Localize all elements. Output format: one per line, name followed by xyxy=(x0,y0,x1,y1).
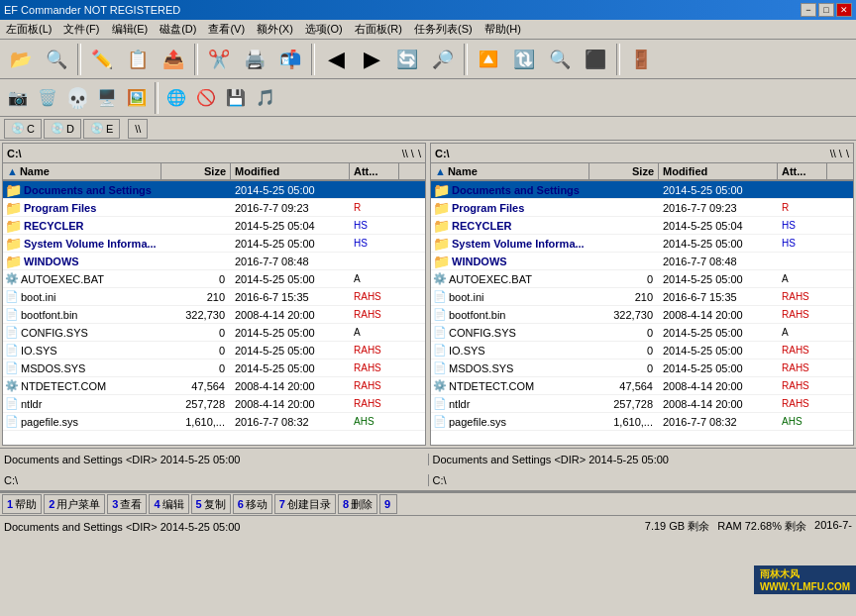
func-btn-1[interactable]: 1帮助 xyxy=(2,494,42,514)
tb2-noentry-btn[interactable]: 🚫 xyxy=(192,84,220,112)
file-size-cell: 0 xyxy=(161,273,231,285)
tb-up-btn[interactable]: 🔼 xyxy=(472,44,505,75)
table-row[interactable]: 📁 Documents and Settings 2014-5-25 05:00 xyxy=(431,181,853,199)
table-row[interactable]: 📄 pagefile.sys 1,610,... 2016-7-7 08:32 … xyxy=(3,413,425,431)
table-row[interactable]: 📄 CONFIG.SYS 0 2014-5-25 05:00 A xyxy=(431,324,853,342)
tb-terminal-btn[interactable]: ⬛ xyxy=(579,44,612,75)
menu-item-1[interactable]: 文件(F) xyxy=(57,20,105,39)
tb2-trash-btn[interactable]: 🗑️ xyxy=(34,84,61,112)
tb-print-btn[interactable]: 🖨️ xyxy=(238,44,271,75)
func-btn-6[interactable]: 6移动 xyxy=(233,494,272,514)
table-row[interactable]: 📄 MSDOS.SYS 0 2014-5-25 05:00 RAHS xyxy=(3,359,425,377)
table-row[interactable]: 📄 IO.SYS 0 2014-5-25 05:00 RAHS xyxy=(431,342,853,359)
table-row[interactable]: ⚙️ AUTOEXEC.BAT 0 2014-5-25 05:00 A xyxy=(431,270,853,288)
tb-copy-btn[interactable]: 📋 xyxy=(121,44,155,75)
left-col-name-header[interactable]: ▲ Name xyxy=(3,163,161,179)
table-row[interactable]: 📁 WINDOWS 2016-7-7 08:48 xyxy=(431,253,853,270)
exe-icon: ⚙️ xyxy=(5,379,19,392)
func-btn-9[interactable]: 9 xyxy=(379,494,397,514)
left-file-list[interactable]: ▲ Name Size Modified Att... 📁 Documents … xyxy=(3,163,425,445)
menu-item-6[interactable]: 选项(O) xyxy=(299,20,349,39)
table-row[interactable]: 📁 RECYCLER 2014-5-25 05:04 HS xyxy=(3,217,425,235)
tb-open-btn[interactable]: 📂 xyxy=(4,44,38,75)
table-row[interactable]: 📁 RECYCLER 2014-5-25 05:04 HS xyxy=(431,217,853,235)
minimize-button[interactable]: − xyxy=(801,3,816,17)
menu-item-5[interactable]: 额外(X) xyxy=(251,20,299,39)
tb-mail-btn[interactable]: 📬 xyxy=(273,44,307,75)
table-row[interactable]: ⚙️ NTDETECT.COM 47,564 2008-4-14 20:00 R… xyxy=(3,377,425,395)
drive-network-btn[interactable]: \\ xyxy=(128,119,148,139)
file-name-cell: 📁 Program Files xyxy=(431,200,589,216)
func-btn-5[interactable]: 5复制 xyxy=(191,494,231,514)
tb-delete-btn[interactable]: ✂️ xyxy=(202,44,236,75)
path-right[interactable]: C:\ xyxy=(429,474,857,486)
table-row[interactable]: 📁 System Volume Informa... 2014-5-25 05:… xyxy=(3,235,425,253)
func-btn-7[interactable]: 7创建目录 xyxy=(274,494,336,514)
table-row[interactable]: 📄 MSDOS.SYS 0 2014-5-25 05:00 RAHS xyxy=(431,359,853,377)
tb-move-btn[interactable]: 📤 xyxy=(157,44,190,75)
tb-back-btn[interactable]: ◀ xyxy=(319,44,353,75)
table-row[interactable]: 📄 CONFIG.SYS 0 2014-5-25 05:00 A xyxy=(3,324,425,342)
file-name-cell: 📄 CONFIG.SYS xyxy=(431,326,589,339)
left-col-modified-header[interactable]: Modified xyxy=(231,163,350,179)
tb2-img-btn[interactable]: 🖼️ xyxy=(123,84,151,112)
table-row[interactable]: ⚙️ NTDETECT.COM 47,564 2008-4-14 20:00 R… xyxy=(431,377,853,395)
tb-search-btn[interactable]: 🔍 xyxy=(40,44,73,75)
tb-refresh-btn[interactable]: 🔄 xyxy=(390,44,424,75)
close-button[interactable]: ✕ xyxy=(836,3,852,17)
table-row[interactable]: 📄 boot.ini 210 2016-6-7 15:35 RAHS xyxy=(431,288,853,306)
tb-exit-btn[interactable]: 🚪 xyxy=(624,44,658,75)
menu-item-8[interactable]: 任务列表(S) xyxy=(408,20,479,39)
table-row[interactable]: 📁 Program Files 2016-7-7 09:23 R xyxy=(431,199,853,217)
left-col-att-header[interactable]: Att... xyxy=(350,163,399,179)
tb2-globe-btn[interactable]: 🌐 xyxy=(162,84,190,112)
table-row[interactable]: 📁 WINDOWS 2016-7-7 08:48 xyxy=(3,253,425,270)
menu-item-7[interactable]: 右面板(R) xyxy=(349,20,408,39)
left-col-size-header[interactable]: Size xyxy=(161,163,231,179)
tb-forward-btn[interactable]: ▶ xyxy=(355,44,388,75)
right-col-name-header[interactable]: ▲ Name xyxy=(431,163,589,179)
drive-e-btn[interactable]: 💿 E xyxy=(83,119,120,139)
menu-item-2[interactable]: 编辑(E) xyxy=(106,20,155,39)
maximize-button[interactable]: □ xyxy=(818,3,834,17)
file-name-cell: 📄 boot.ini xyxy=(3,290,161,303)
table-row[interactable]: 📄 bootfont.bin 322,730 2008-4-14 20:00 R… xyxy=(3,306,425,324)
table-row[interactable]: 📄 ntldr 257,728 2008-4-14 20:00 RAHS xyxy=(431,395,853,413)
table-row[interactable]: 📄 boot.ini 210 2016-6-7 15:35 RAHS xyxy=(3,288,425,306)
tb2-disk-btn[interactable]: 💾 xyxy=(222,84,250,112)
path-left[interactable]: C:\ xyxy=(0,474,429,486)
table-row[interactable]: 📄 pagefile.sys 1,610,... 2016-7-7 08:32 … xyxy=(431,413,853,431)
file-name: ntldr xyxy=(449,398,470,410)
tb-sync-btn[interactable]: 🔃 xyxy=(507,44,541,75)
func-btn-4[interactable]: 4编辑 xyxy=(149,494,188,514)
menu-item-0[interactable]: 左面板(L) xyxy=(0,20,57,39)
file-name-cell: 📁 RECYCLER xyxy=(3,218,161,234)
menu-item-3[interactable]: 磁盘(D) xyxy=(154,20,202,39)
drive-c-btn[interactable]: 💿 C xyxy=(4,119,42,139)
drive-d-btn[interactable]: 💿 D xyxy=(44,119,81,139)
menu-item-4[interactable]: 查看(V) xyxy=(202,20,251,39)
menu-item-9[interactable]: 帮助(H) xyxy=(479,20,527,39)
table-row[interactable]: 📁 System Volume Informa... 2014-5-25 05:… xyxy=(431,235,853,253)
table-row[interactable]: 📄 bootfont.bin 322,730 2008-4-14 20:00 R… xyxy=(431,306,853,324)
right-col-att-header[interactable]: Att... xyxy=(778,163,827,179)
func-btn-8[interactable]: 8删除 xyxy=(338,494,377,514)
table-row[interactable]: 📄 ntldr 257,728 2008-4-14 20:00 RAHS xyxy=(3,395,425,413)
tb-edit-btn[interactable]: ✏️ xyxy=(85,44,119,75)
tb2-music-btn[interactable]: 🎵 xyxy=(252,84,279,112)
table-row[interactable]: 📁 Documents and Settings 2014-5-25 05:00 xyxy=(3,181,425,199)
func-btn-3[interactable]: 3查看 xyxy=(107,494,147,514)
tb2-pc-btn[interactable]: 🖥️ xyxy=(93,84,121,112)
tb-find-btn[interactable]: 🔎 xyxy=(426,44,460,75)
file-name: Documents and Settings xyxy=(24,184,152,196)
func-btn-2[interactable]: 2用户菜单 xyxy=(44,494,105,514)
tb2-skull-btn[interactable]: 💀 xyxy=(63,84,91,112)
right-file-list[interactable]: ▲ Name Size Modified Att... 📁 Documents … xyxy=(431,163,853,445)
tb-zoom-btn[interactable]: 🔍 xyxy=(543,44,577,75)
table-row[interactable]: ⚙️ AUTOEXEC.BAT 0 2014-5-25 05:00 A xyxy=(3,270,425,288)
right-col-size-header[interactable]: Size xyxy=(589,163,659,179)
table-row[interactable]: 📁 Program Files 2016-7-7 09:23 R xyxy=(3,199,425,217)
table-row[interactable]: 📄 IO.SYS 0 2014-5-25 05:00 RAHS xyxy=(3,342,425,359)
tb2-camera-btn[interactable]: 📷 xyxy=(4,84,32,112)
right-col-modified-header[interactable]: Modified xyxy=(659,163,778,179)
